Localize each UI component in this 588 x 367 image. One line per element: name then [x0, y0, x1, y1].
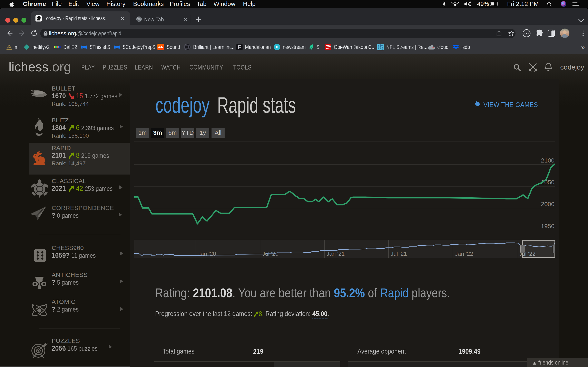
svg-text:1950: 1950 [541, 223, 554, 229]
svg-text:Jul '21: Jul '21 [390, 250, 407, 257]
svg-text:Jul '20: Jul '20 [262, 250, 278, 257]
svg-text:Jan '21: Jan '21 [327, 250, 345, 257]
svg-text:Jan '20: Jan '20 [198, 250, 216, 257]
svg-text:2100: 2100 [541, 157, 554, 164]
svg-text:Jan '22: Jan '22 [455, 250, 473, 257]
svg-text:2000: 2000 [541, 201, 554, 207]
